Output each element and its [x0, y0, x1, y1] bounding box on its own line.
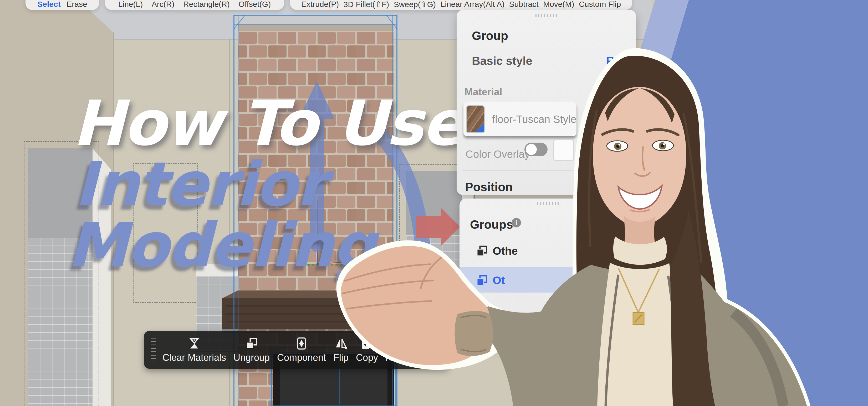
toolbar-group-select: Select Erase — [26, 0, 99, 10]
tool-rectangle[interactable]: Rectangle(R) — [183, 0, 230, 9]
tool-offset[interactable]: Offset(G) — [239, 0, 271, 9]
toolbar-group-model: Extrude(P) 3D Fillet(⇧F) Sweep(⇧G) Linea… — [290, 0, 632, 10]
tool-subtract[interactable]: Subtract — [509, 0, 538, 9]
tool-select[interactable]: Select — [37, 0, 60, 9]
tool-custom-flip[interactable]: Custom Flip — [579, 0, 621, 9]
wrist-watch — [455, 311, 493, 356]
tool-erase[interactable]: Erase — [66, 0, 87, 9]
button-label: Clear Materials — [162, 352, 226, 363]
tool-line[interactable]: Line(L) — [118, 0, 143, 9]
clear-materials-icon — [187, 336, 202, 350]
button-label: Ungroup — [234, 352, 270, 363]
toolbar-drag-handle[interactable] — [151, 338, 156, 362]
panel-drag-handle[interactable] — [535, 14, 558, 17]
clear-materials-button[interactable]: Clear Materials — [160, 336, 229, 363]
button-label: Component — [277, 352, 326, 363]
tool-move[interactable]: Move(M) — [543, 0, 574, 9]
chimney-top-face — [238, 24, 394, 32]
tool-extrude[interactable]: Extrude(P) — [301, 0, 339, 9]
presenter-cutout — [326, 39, 868, 406]
component-button[interactable]: Component — [274, 336, 329, 363]
tool-linear-array[interactable]: Linear Array(Alt A) — [441, 0, 504, 9]
tool-3d-fillet[interactable]: 3D Fillet(⇧F) — [344, 0, 389, 9]
ungroup-icon — [245, 336, 259, 350]
eye-glint — [619, 144, 620, 146]
toolbar-group-draw: Line(L) Arc(R) Rectangle(R) Offset(G) — [105, 0, 284, 10]
tool-sweep[interactable]: Sweep(⇧G) — [394, 0, 436, 9]
title-line-2: Interior — [74, 154, 325, 215]
ungroup-button[interactable]: Ungroup — [231, 336, 272, 363]
tool-arc[interactable]: Arc(R) — [152, 0, 175, 9]
thumbnail-canvas: How To Use Interior Modeling Select Eras… — [0, 0, 868, 406]
component-icon — [294, 336, 309, 350]
eye-glint — [663, 143, 665, 145]
